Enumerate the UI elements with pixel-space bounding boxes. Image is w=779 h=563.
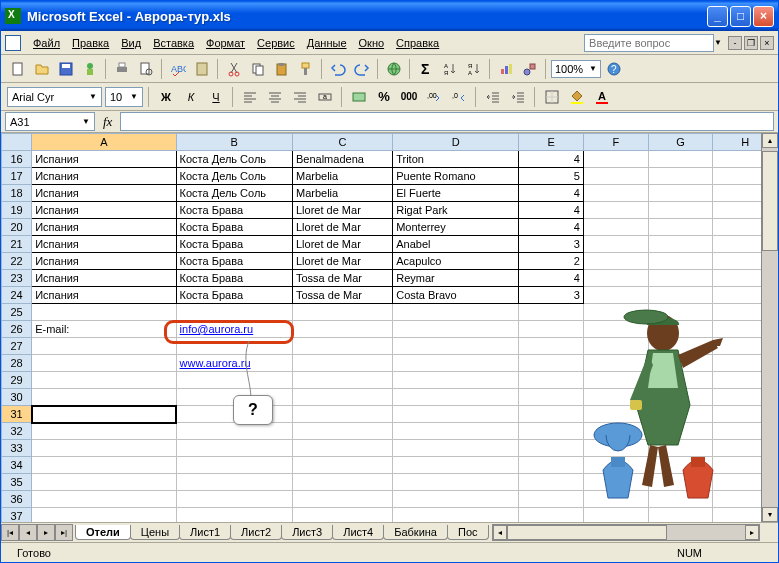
cell[interactable]: [176, 423, 292, 440]
format-painter-button[interactable]: [295, 58, 317, 80]
cell[interactable]: [393, 508, 519, 523]
cell[interactable]: 4: [519, 185, 584, 202]
inner-minimize-button[interactable]: -: [728, 36, 742, 50]
cell[interactable]: [393, 372, 519, 389]
maximize-button[interactable]: □: [730, 6, 751, 27]
cell[interactable]: Rigat Park: [393, 202, 519, 219]
copy-button[interactable]: [247, 58, 269, 80]
cell[interactable]: [519, 389, 584, 406]
sheet-tab[interactable]: Лист4: [332, 525, 384, 540]
col-header-D[interactable]: D: [393, 134, 519, 151]
cell[interactable]: Monterrey: [393, 219, 519, 236]
cell[interactable]: [583, 236, 648, 253]
cell[interactable]: [583, 287, 648, 304]
cell[interactable]: Tossa de Mar: [292, 287, 392, 304]
row-header[interactable]: 36: [2, 491, 32, 508]
cell[interactable]: [292, 355, 392, 372]
cell[interactable]: [292, 491, 392, 508]
cell[interactable]: [648, 253, 713, 270]
menu-edit[interactable]: Правка: [66, 35, 115, 51]
row-header[interactable]: 16: [2, 151, 32, 168]
row-header[interactable]: 29: [2, 372, 32, 389]
cell[interactable]: [519, 474, 584, 491]
cell[interactable]: [32, 304, 176, 321]
cell[interactable]: [519, 372, 584, 389]
doc-icon[interactable]: [5, 35, 21, 51]
cell[interactable]: [393, 474, 519, 491]
cell[interactable]: Triton: [393, 151, 519, 168]
cut-button[interactable]: [223, 58, 245, 80]
cell[interactable]: [176, 457, 292, 474]
cell[interactable]: Lloret de Mar: [292, 236, 392, 253]
spelling-button[interactable]: ABC: [167, 58, 189, 80]
fill-color-button[interactable]: [566, 86, 588, 108]
cell[interactable]: [519, 321, 584, 338]
cell[interactable]: [393, 423, 519, 440]
close-button[interactable]: ×: [753, 6, 774, 27]
sheet-tab[interactable]: Лист2: [230, 525, 282, 540]
cell[interactable]: Испания: [32, 287, 176, 304]
inner-close-button[interactable]: ×: [760, 36, 774, 50]
italic-button[interactable]: К: [180, 86, 202, 108]
cell[interactable]: Benalmadena: [292, 151, 392, 168]
col-header-A[interactable]: A: [32, 134, 176, 151]
tab-prev-button[interactable]: ◂: [19, 524, 37, 541]
sheet-tab[interactable]: Бабкина: [383, 525, 448, 540]
name-box[interactable]: A31▼: [5, 112, 95, 131]
font-size-combo[interactable]: 10▼: [105, 87, 143, 107]
paste-button[interactable]: [271, 58, 293, 80]
help-button[interactable]: ?: [603, 58, 625, 80]
row-header[interactable]: 25: [2, 304, 32, 321]
cell[interactable]: Коста Брава: [176, 270, 292, 287]
font-color-button[interactable]: A: [591, 86, 613, 108]
cell[interactable]: Коста Брава: [176, 253, 292, 270]
tab-last-button[interactable]: ▸|: [55, 524, 73, 541]
research-button[interactable]: [191, 58, 213, 80]
cell[interactable]: [32, 457, 176, 474]
cell[interactable]: Испания: [32, 185, 176, 202]
cell[interactable]: 4: [519, 270, 584, 287]
row-header[interactable]: 28: [2, 355, 32, 372]
merge-center-button[interactable]: a: [314, 86, 336, 108]
cell[interactable]: [176, 474, 292, 491]
cell[interactable]: [176, 508, 292, 523]
cell[interactable]: Marbelia: [292, 168, 392, 185]
sheet-tab[interactable]: Цены: [130, 525, 180, 540]
cell[interactable]: 3: [519, 236, 584, 253]
cell[interactable]: [292, 440, 392, 457]
print-preview-button[interactable]: [135, 58, 157, 80]
cell[interactable]: [393, 491, 519, 508]
row-header[interactable]: 22: [2, 253, 32, 270]
cell[interactable]: [292, 508, 392, 523]
cell[interactable]: [583, 168, 648, 185]
horizontal-scrollbar[interactable]: ◂ ▸: [492, 524, 760, 541]
row-header[interactable]: 21: [2, 236, 32, 253]
cell[interactable]: [519, 406, 584, 423]
cell[interactable]: [393, 457, 519, 474]
cell[interactable]: [292, 406, 392, 423]
cell[interactable]: 4: [519, 202, 584, 219]
chart-button[interactable]: [495, 58, 517, 80]
cell[interactable]: 2: [519, 253, 584, 270]
hscroll-thumb[interactable]: [507, 525, 667, 540]
save-button[interactable]: [55, 58, 77, 80]
cell[interactable]: [519, 355, 584, 372]
menu-help[interactable]: Справка: [390, 35, 445, 51]
ask-dropdown-icon[interactable]: ▼: [714, 38, 722, 47]
row-header[interactable]: 24: [2, 287, 32, 304]
drawing-button[interactable]: [519, 58, 541, 80]
cell[interactable]: [519, 440, 584, 457]
sheet-tab[interactable]: Отели: [75, 525, 131, 540]
minimize-button[interactable]: _: [707, 6, 728, 27]
cell[interactable]: [292, 423, 392, 440]
print-button[interactable]: [111, 58, 133, 80]
cell[interactable]: [292, 474, 392, 491]
scroll-left-button[interactable]: ◂: [493, 525, 507, 540]
col-header-E[interactable]: E: [519, 134, 584, 151]
sheet-tab[interactable]: Лист3: [281, 525, 333, 540]
underline-button[interactable]: Ч: [205, 86, 227, 108]
row-header[interactable]: 23: [2, 270, 32, 287]
cell[interactable]: Коста Дель Соль: [176, 185, 292, 202]
col-header-C[interactable]: C: [292, 134, 392, 151]
cell[interactable]: [583, 185, 648, 202]
